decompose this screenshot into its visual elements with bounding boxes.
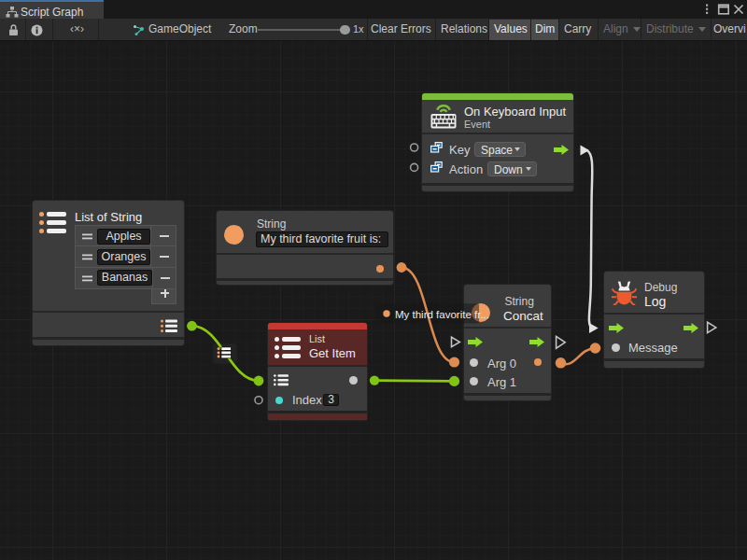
svg-text:My third favorite fr...: My third favorite fr... xyxy=(395,309,489,320)
